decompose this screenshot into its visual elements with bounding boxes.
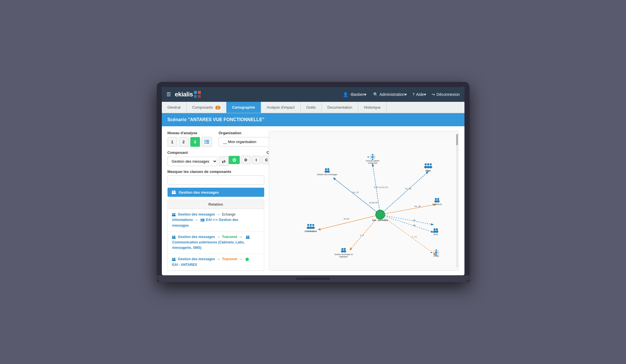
svg-point-53 [437,200,439,202]
shuffle-button[interactable]: ⇄ [219,156,229,166]
svg-rect-8 [204,143,206,144]
svg-rect-3 [198,95,201,98]
rel-informations: informations [172,218,193,222]
organisation-select[interactable]: __ Mon organisation [219,137,276,146]
logo: ekialis [175,90,202,99]
svg-point-19 [172,235,173,237]
svg-rect-61 [436,249,437,251]
svg-point-13 [173,192,176,194]
niveau-buttons: 1 2 3 [168,137,212,147]
svg-rect-42 [367,157,369,158]
masquer-section: Masquer les classes de composants [168,169,264,188]
aide-menu[interactable]: ? Aide ▾ [412,92,426,97]
niveau-3-button[interactable]: 3 [190,137,200,147]
niveau-2-button[interactable]: 2 [179,137,189,147]
masquer-input[interactable] [168,175,264,185]
svg-point-52 [437,198,439,200]
composant-label: Composant [168,150,229,155]
user-menu[interactable]: 👤 - Bastien ▾ [343,92,366,97]
tab-cartographie[interactable]: Cartographie [226,102,261,113]
list-view-button[interactable] [202,137,212,147]
graph-scrollbar-thumb[interactable] [456,134,458,145]
administration-menu[interactable]: 🔍 Administration ▾ [373,92,407,97]
relation-people-icon-2 [171,235,178,239]
deconnexion-button[interactable]: ↪ Déconnexion [432,92,460,97]
tab-historique[interactable]: Historique [358,102,387,113]
rel-exchange-icon-1: ⇄ [200,218,206,222]
efs-label: EFS [433,233,438,236]
svg-point-71 [309,224,311,226]
left-panel: Niveau d'analyse 1 2 3 [168,131,264,271]
username: Bastien [351,92,365,97]
graph-scrollbar[interactable] [456,134,458,268]
tabs-bar: Général Composants 1 Cartographie Analys… [162,102,464,113]
crit-power-button[interactable]: ⏻ [229,156,240,164]
svg-rect-1 [198,91,201,94]
dossier-patient-label2: Cristal Net [368,162,377,164]
user-dropdown-arrow: ▾ [364,92,366,97]
laptop-screen: ☰ ekialis 👤 - Bastien ▾ 🔍 [162,87,464,275]
crit-d-button[interactable]: D [241,156,251,164]
svg-point-17 [173,215,176,216]
svg-point-69 [307,224,309,226]
mnh-label: MNH [425,169,431,172]
aide-icon: ? [412,92,415,97]
edge-label-gestion: 14, 15 [352,191,359,194]
tab-outils[interactable]: Outils [301,102,322,113]
hamburger-icon[interactable]: ☰ [166,91,171,98]
selected-composant: Gestion des messages [168,188,264,197]
relation-table: Relation [168,200,264,271]
list-item: Gestion des messages → Transmet → EAI - … [168,254,264,270]
list-item: Gestion des messages → Echange informati… [168,209,264,231]
svg-rect-9 [206,143,209,144]
aide-arrow: ▾ [424,92,426,97]
pmsi-label: PMSI [433,255,439,257]
network-graph-svg: 14, 15 5,9h,13,12,15 22, 26 34, 36 35 36… [269,131,458,270]
svg-point-10 [172,191,173,192]
people-selected-icon [171,190,177,195]
niveau-1-button[interactable]: 1 [168,137,177,147]
tab-composants[interactable]: Composants 1 [187,102,226,113]
user-icon: 👤 [343,92,348,97]
svg-point-48 [429,164,431,166]
tab-documentation[interactable]: Documentation [322,102,358,113]
top-controls: Niveau d'analyse 1 2 3 [168,131,264,147]
svg-rect-40 [372,154,373,155]
relation-table-header: Relation [168,200,264,209]
svg-rect-0 [194,91,197,94]
scenario-title: Scénario "ANTARES VUE FONCTIONNELLE" [168,117,265,122]
bottom-controls: Composant Gestion des messages ⇄ [168,150,264,166]
rel-gestion-2: Gestion des messages [178,235,215,239]
svg-point-35 [327,168,329,170]
deconnexion-icon: ↪ [432,92,435,97]
list-item: Gestion des messages → Transmet → [168,231,264,254]
dossier-patient-label1: Dossier patient [366,160,379,162]
crit-i-button[interactable]: I [252,156,261,164]
rel-green-circle-1 [244,257,250,261]
gestion-messages-label: Gestion des messages [317,173,338,176]
rel-transmet-2: Transmet [222,235,237,239]
svg-point-22 [173,237,176,239]
deconnexion-label: Déconnexion [437,92,460,97]
relation-items: Gestion des messages → Echange informati… [168,209,264,270]
svg-point-33 [325,168,327,170]
laptop-base [157,275,470,282]
rel-eai-antares: EAI - ANTARES [172,263,197,267]
center-node[interactable] [375,210,385,219]
logo-icon [193,90,202,99]
svg-point-74 [312,227,315,229]
tab-analyse[interactable]: Analyse d'impact [261,102,301,113]
svg-point-57 [435,231,438,233]
tab-general[interactable]: Général [162,102,187,113]
rel-arrow-1: → [217,212,221,216]
svg-rect-6 [204,141,206,142]
svg-point-16 [174,213,175,214]
svg-point-50 [435,198,437,200]
svg-point-67 [344,248,346,250]
composant-select[interactable]: Gestion des messages [168,157,217,166]
svg-rect-32 [269,139,458,262]
svg-point-23 [246,235,247,237]
composants-badge: 1 [215,106,220,109]
svg-point-26 [247,237,250,239]
svg-point-54 [433,228,435,230]
